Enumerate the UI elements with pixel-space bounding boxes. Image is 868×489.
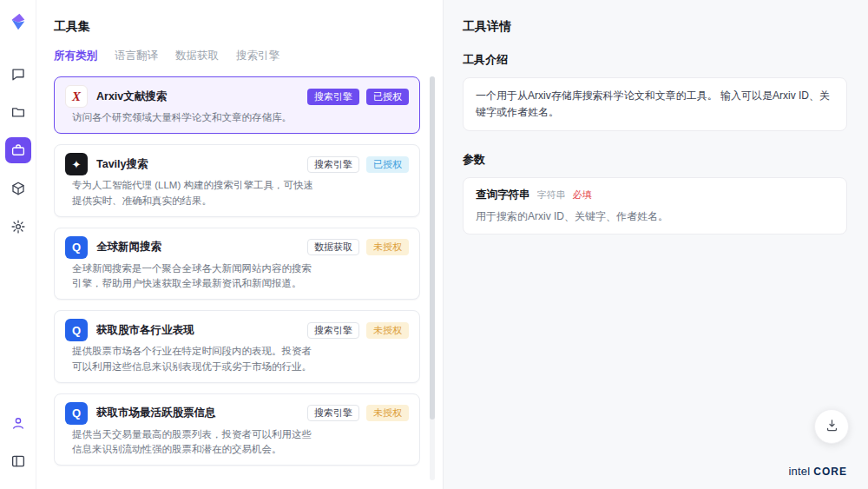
tool-card-header: Q 全球新闻搜索 数据获取 未授权 xyxy=(65,236,409,259)
rail-item-folder[interactable] xyxy=(5,99,31,125)
tool-list-panel: 工具集 所有类别语言翻译数据获取搜索引擎 X Arxiv文献搜索 搜索引擎 已授… xyxy=(36,0,443,489)
tool-description: 提供当天交易量最高的股票列表，投资者可以利用这些信息来识别流动性强的股票和潜在的… xyxy=(72,427,313,458)
tool-card-header: Q 获取市场最活跃股票信息 搜索引擎 未授权 xyxy=(65,402,409,425)
tool-description: 访问各个研究领域大量科学论文和文章的存储库。 xyxy=(72,110,313,125)
param-required-badge: 必填 xyxy=(573,188,592,202)
tool-title: 全球新闻搜索 xyxy=(96,240,299,254)
tool-card-header: ✦ Tavily搜索 搜索引擎 已授权 xyxy=(65,153,409,175)
category-tab[interactable]: 所有类别 xyxy=(54,49,97,63)
tool-title: Arxiv文献搜索 xyxy=(96,89,299,104)
rail-item-cube[interactable] xyxy=(5,175,31,202)
download-button[interactable] xyxy=(814,409,849,444)
rail-item-user[interactable] xyxy=(5,410,31,436)
intro-text: 一个用于从Arxiv存储库搜索科学论文和文章的工具。 输入可以是Arxiv ID… xyxy=(476,88,834,121)
category-badge: 搜索引擎 xyxy=(307,322,359,339)
tool-card[interactable]: Q 获取股市各行业表现 搜索引擎 未授权 提供股票市场各个行业在特定时间段内的表… xyxy=(54,310,420,383)
user-icon xyxy=(10,415,26,431)
param-type: 字符串 xyxy=(537,188,566,202)
detail-title: 工具详情 xyxy=(463,19,847,35)
rail-top xyxy=(5,55,31,246)
intro-card: 一个用于从Arxiv存储库搜索科学论文和文章的工具。 输入可以是Arxiv ID… xyxy=(463,77,847,131)
intel-core-logo: intel CORE xyxy=(788,465,847,478)
briefcase-icon xyxy=(10,142,26,158)
tool-badges: 数据获取 未授权 xyxy=(307,239,409,255)
layout-icon xyxy=(10,453,26,469)
param-card: 查询字符串 字符串 必填 用于搜索的Arxiv ID、关键字、作者姓名。 xyxy=(463,177,847,235)
tool-description: 提供股票市场各个行业在特定时间段内的表现。投资者可以利用这些信息来识别表现优于或… xyxy=(72,344,313,374)
gear-icon xyxy=(10,219,26,235)
download-icon xyxy=(825,418,839,435)
search-q-icon: Q xyxy=(65,402,88,425)
core-wordmark: CORE xyxy=(813,466,847,478)
tool-badges: 搜索引擎 已授权 xyxy=(307,89,409,105)
tool-card[interactable]: X Arxiv文献搜索 搜索引擎 已授权 访问各个研究领域大量科学论文和文章的存… xyxy=(54,76,420,134)
tool-card-header: X Arxiv文献搜索 搜索引擎 已授权 xyxy=(65,85,409,108)
search-q-icon: Q xyxy=(65,236,88,259)
tavily-icon: ✦ xyxy=(65,153,88,175)
category-badge: 搜索引擎 xyxy=(307,89,359,105)
tool-badges: 搜索引擎 未授权 xyxy=(307,405,409,421)
app-window: 工具集 所有类别语言翻译数据获取搜索引擎 X Arxiv文献搜索 搜索引擎 已授… xyxy=(0,0,868,489)
page-title: 工具集 xyxy=(54,19,443,35)
category-tab[interactable]: 数据获取 xyxy=(175,49,219,63)
rail-item-layout[interactable] xyxy=(5,448,31,474)
category-tab[interactable]: 搜索引擎 xyxy=(236,49,279,63)
tool-card[interactable]: Q 全球新闻搜索 数据获取 未授权 全球新闻搜索是一个聚合全球各大新闻网站内容的… xyxy=(54,228,420,301)
category-tab[interactable]: 语言翻译 xyxy=(115,49,158,63)
tool-card-header: Q 获取股市各行业表现 搜索引擎 未授权 xyxy=(65,319,409,341)
param-header-row: 查询字符串 字符串 必填 xyxy=(476,188,834,202)
app-logo xyxy=(8,11,29,32)
tool-card[interactable]: ✦ Tavily搜索 搜索引擎 已授权 专为人工智能代理 (LLM) 构建的搜索… xyxy=(54,144,420,217)
rail-item-chat[interactable] xyxy=(5,61,31,87)
folder-icon xyxy=(10,104,26,120)
tool-description: 全球新闻搜索是一个聚合全球各大新闻网站内容的搜索引擎，帮助用户快速获取全球最新资… xyxy=(72,261,313,292)
cube-icon xyxy=(10,181,26,196)
tool-title: 获取股市各行业表现 xyxy=(96,323,299,338)
intro-heading: 工具介绍 xyxy=(463,52,847,68)
category-badge: 数据获取 xyxy=(307,239,359,255)
tool-title: 获取市场最活跃股票信息 xyxy=(96,406,299,420)
category-badge: 搜索引擎 xyxy=(307,405,359,421)
auth-status-badge: 已授权 xyxy=(366,89,409,105)
scrollbar[interactable] xyxy=(430,76,435,480)
tool-card-list: X Arxiv文献搜索 搜索引擎 已授权 访问各个研究领域大量科学论文和文章的存… xyxy=(54,76,420,472)
params-heading: 参数 xyxy=(463,152,847,168)
intel-wordmark: intel xyxy=(788,465,810,478)
category-tabs: 所有类别语言翻译数据获取搜索引擎 xyxy=(54,49,443,63)
tool-detail-panel: 工具详情 工具介绍 一个用于从Arxiv存储库搜索科学论文和文章的工具。 输入可… xyxy=(443,0,868,489)
category-badge: 搜索引擎 xyxy=(307,156,359,173)
param-name: 查询字符串 xyxy=(476,188,530,202)
chat-icon xyxy=(10,66,26,82)
tool-card[interactable]: Q 获取市场最活跃股票信息 搜索引擎 未授权 提供当天交易量最高的股票列表，投资… xyxy=(54,393,420,466)
tool-badges: 搜索引擎 未授权 xyxy=(307,322,409,339)
tool-title: Tavily搜索 xyxy=(96,157,299,172)
param-description: 用于搜索的Arxiv ID、关键字、作者姓名。 xyxy=(476,209,834,224)
auth-status-badge: 未授权 xyxy=(366,322,409,339)
rail-item-briefcase[interactable] xyxy=(5,137,31,163)
tool-description: 专为人工智能代理 (LLM) 构建的搜索引擎工具，可快速提供实时、准确和真实的结… xyxy=(72,178,313,208)
auth-status-badge: 已授权 xyxy=(366,156,409,173)
scrollbar-thumb[interactable] xyxy=(430,76,435,420)
search-q-icon: Q xyxy=(65,319,88,341)
auth-status-badge: 未授权 xyxy=(366,405,409,421)
tool-badges: 搜索引擎 已授权 xyxy=(307,156,409,173)
arxiv-icon: X xyxy=(65,85,88,108)
nav-rail xyxy=(0,0,36,489)
rail-item-gear[interactable] xyxy=(5,214,31,240)
rail-bottom xyxy=(5,404,31,480)
auth-status-badge: 未授权 xyxy=(366,239,409,255)
